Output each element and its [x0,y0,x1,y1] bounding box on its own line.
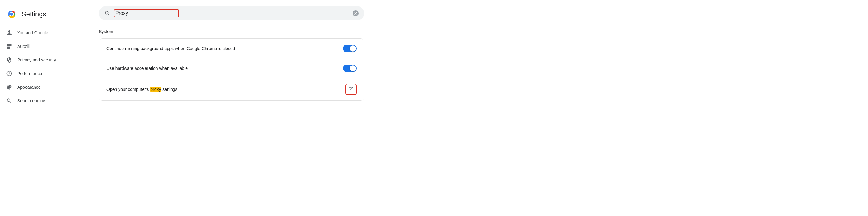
search-input[interactable] [116,10,177,16]
search-bar [99,6,364,20]
hardware-acceleration-row: Use hardware acceleration when available [99,58,364,78]
hardware-acceleration-toggle[interactable] [343,64,356,72]
sidebar: Settings You and Google Autofill [0,0,87,216]
sidebar-nav: You and Google Autofill Privacy and secu… [0,26,87,108]
search-input-wrapper [114,9,349,17]
sidebar-item-label: Privacy and security [17,57,56,62]
palette-icon [6,84,12,90]
chrome-logo-icon [6,9,17,20]
sidebar-header: Settings [0,5,87,26]
sidebar-item-privacy-security[interactable]: Privacy and security [0,53,82,67]
clear-search-button[interactable] [352,10,359,17]
section-title: System [99,29,856,34]
background-apps-label: Continue running background apps when Go… [106,46,235,51]
search-input-highlight [114,9,179,17]
sidebar-item-label: You and Google [17,30,48,35]
search-icon [6,98,12,104]
proxy-settings-row: Open your computer's proxy settings [99,78,364,101]
search-icon [104,10,111,17]
sidebar-item-autofill[interactable]: Autofill [0,39,82,53]
sidebar-item-you-and-google[interactable]: You and Google [0,26,82,39]
main-content: System Continue running background apps … [87,0,868,216]
proxy-label-after: settings [161,87,177,92]
hardware-acceleration-label: Use hardware acceleration when available [106,66,188,71]
autofill-icon [6,43,12,49]
sidebar-item-performance[interactable]: Performance [0,67,82,80]
svg-point-2 [10,13,13,16]
proxy-label-before: Open your computer's [106,87,150,92]
system-section: System Continue running background apps … [99,29,856,101]
sidebar-item-search-engine[interactable]: Search engine [0,94,82,108]
person-icon [6,30,12,36]
sidebar-item-label: Autofill [17,44,30,49]
performance-icon [6,71,12,77]
background-apps-row: Continue running background apps when Go… [99,38,364,58]
proxy-settings-label: Open your computer's proxy settings [106,87,178,92]
sidebar-item-appearance[interactable]: Appearance [0,80,82,94]
proxy-external-link-button[interactable] [345,84,356,95]
proxy-highlight: proxy [150,87,161,92]
shield-icon [6,57,12,63]
settings-card: Continue running background apps when Go… [99,38,364,101]
page-title: Settings [22,10,46,18]
sidebar-item-label: Search engine [17,98,45,103]
sidebar-item-label: Performance [17,71,42,76]
background-apps-toggle[interactable] [343,45,356,52]
sidebar-item-label: Appearance [17,85,41,90]
